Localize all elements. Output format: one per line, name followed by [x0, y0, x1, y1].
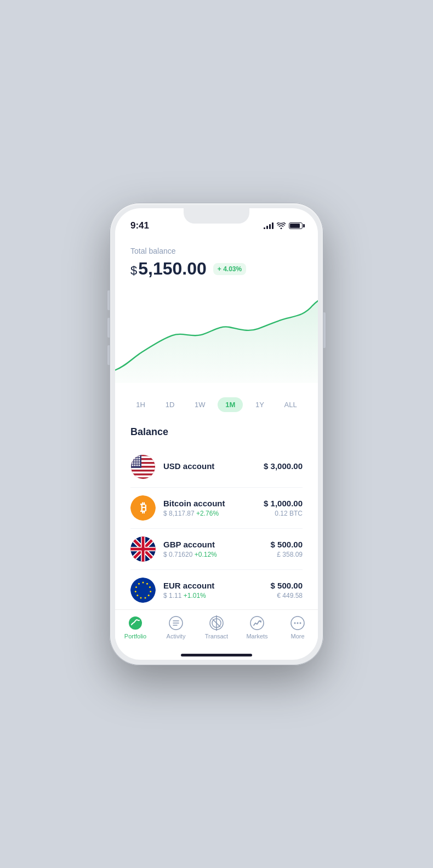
account-eur[interactable]: EUR account $ 1.11 +1.01% $ 500.00 € 449…: [130, 570, 303, 609]
markets-icon: [249, 615, 265, 631]
svg-rect-39: [130, 548, 156, 551]
svg-point-22: [132, 462, 134, 464]
svg-point-69: [294, 623, 296, 624]
svg-point-46: [145, 597, 146, 599]
usd-values: $ 3,000.00: [264, 461, 303, 472]
svg-point-44: [150, 591, 151, 592]
filter-1w[interactable]: 1W: [187, 397, 213, 412]
nav-activity-label: Activity: [167, 633, 186, 639]
nav-more-label: More: [290, 633, 304, 639]
svg-point-49: [135, 591, 136, 592]
svg-point-41: [143, 582, 144, 584]
battery-icon: [289, 222, 303, 229]
svg-point-45: [148, 595, 150, 596]
balance-amount: $5,150.00: [130, 259, 207, 279]
portfolio-icon: [128, 615, 143, 631]
svg-point-51: [138, 583, 140, 585]
eur-icon: [130, 578, 156, 603]
eur-native: € 449.58: [271, 592, 303, 599]
svg-point-43: [149, 586, 151, 588]
gbp-name: GBP account: [163, 540, 271, 549]
filter-1y[interactable]: 1Y: [248, 397, 272, 412]
usd-name: USD account: [163, 461, 264, 471]
svg-point-26: [132, 465, 134, 466]
svg-point-58: [129, 616, 142, 630]
btc-details: Bitcoin account $ 8,117.87 +2.76%: [163, 499, 264, 517]
filter-1m[interactable]: 1M: [218, 397, 243, 412]
gbp-icon: [130, 536, 156, 562]
eur-name: EUR account: [163, 581, 271, 590]
svg-point-47: [140, 597, 142, 599]
nav-more[interactable]: More: [281, 615, 314, 639]
phone-frame: 9:41: [110, 203, 323, 665]
eur-sub: $ 1.11 +1.01%: [163, 592, 271, 599]
status-time: 9:41: [130, 220, 149, 231]
btc-name: Bitcoin account: [163, 499, 264, 508]
balance-section-title: Balance: [130, 426, 303, 438]
eur-amount: $ 500.00: [271, 581, 303, 590]
btc-sub: $ 8,117.87 +2.76%: [163, 510, 264, 517]
activity-icon: [168, 615, 184, 631]
svg-point-25: [139, 462, 140, 464]
status-icons: [264, 222, 303, 229]
account-gbp[interactable]: GBP account $ 0.71620 +0.12% $ 500.00 £ …: [130, 529, 303, 570]
eur-values: $ 500.00 € 449.58: [271, 581, 303, 599]
svg-point-28: [136, 465, 138, 466]
more-icon: [290, 615, 305, 631]
svg-rect-3: [130, 456, 156, 459]
usd-details: USD account: [163, 461, 264, 472]
svg-point-42: [146, 583, 148, 585]
filter-1d[interactable]: 1D: [158, 397, 183, 412]
nav-transact[interactable]: Transact: [200, 615, 233, 639]
btc-amount: $ 1,000.00: [264, 499, 303, 508]
svg-point-40: [134, 581, 152, 599]
svg-rect-6: [130, 468, 156, 470]
usd-amount: $ 3,000.00: [264, 461, 303, 471]
nav-markets-label: Markets: [246, 633, 267, 639]
chart-container: [115, 284, 318, 383]
total-balance-label: Total balance: [130, 247, 303, 255]
nav-markets[interactable]: Markets: [241, 615, 274, 639]
svg-point-19: [134, 460, 136, 462]
phone-screen: 9:41: [115, 208, 318, 660]
account-usd[interactable]: USD account $ 3,000.00: [130, 447, 303, 488]
bottom-nav: Portfolio Activity: [115, 609, 318, 650]
gbp-sub: $ 0.71620 +0.12%: [163, 551, 271, 558]
nav-portfolio[interactable]: Portfolio: [119, 615, 152, 639]
nav-activity[interactable]: Activity: [159, 615, 192, 639]
svg-point-29: [139, 465, 140, 466]
svg-point-21: [139, 460, 140, 462]
time-filters: 1H 1D 1W 1M 1Y ALL: [115, 389, 318, 421]
svg-point-23: [134, 462, 136, 464]
transact-icon: [209, 615, 224, 631]
svg-point-71: [300, 623, 301, 624]
gbp-values: $ 500.00 £ 358.09: [271, 540, 303, 558]
eur-details: EUR account $ 1.11 +1.01%: [163, 581, 271, 599]
nav-portfolio-label: Portfolio: [124, 633, 146, 639]
svg-point-50: [135, 586, 137, 588]
svg-point-27: [134, 465, 136, 466]
account-btc[interactable]: ₿ Bitcoin account $ 8,117.87 +2.76% $ 1,…: [130, 488, 303, 529]
change-badge: + 4.03%: [213, 263, 246, 275]
balance-section: Balance: [115, 421, 318, 609]
svg-point-16: [136, 458, 138, 460]
btc-values: $ 1,000.00 0.12 BTC: [264, 499, 303, 517]
btc-icon: ₿: [130, 495, 156, 521]
svg-point-10: [132, 456, 134, 458]
gbp-amount: $ 500.00: [271, 540, 303, 549]
scroll-content[interactable]: Total balance $5,150.00 + 4.03%: [115, 236, 318, 609]
notch: [184, 208, 249, 224]
usd-icon: [130, 454, 156, 479]
svg-rect-7: [130, 472, 156, 474]
filter-all[interactable]: ALL: [277, 397, 305, 412]
currency-symbol: $: [130, 264, 137, 277]
svg-point-24: [136, 462, 138, 464]
balance-chart: [115, 290, 318, 383]
wifi-icon: [277, 222, 286, 229]
gbp-details: GBP account $ 0.71620 +0.12%: [163, 540, 271, 558]
svg-point-48: [136, 595, 138, 596]
balance-row: $5,150.00 + 4.03%: [130, 259, 303, 279]
filter-1h[interactable]: 1H: [128, 397, 153, 412]
svg-point-17: [139, 458, 140, 460]
header-section: Total balance $5,150.00 + 4.03%: [115, 236, 318, 284]
